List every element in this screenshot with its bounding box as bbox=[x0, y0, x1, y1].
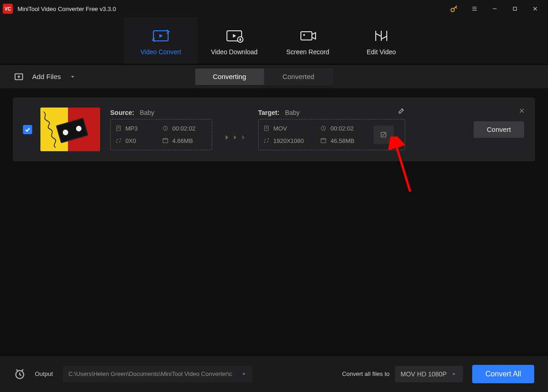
svg-point-0 bbox=[451, 8, 454, 11]
target-resolution: 1920X1080 bbox=[273, 137, 304, 144]
source-size: 4.66MB bbox=[172, 137, 193, 144]
task-list: Source:Baby MP3 00:02:02 0X0 4.66MB Targ… bbox=[0, 88, 548, 346]
source-column: Source:Baby MP3 00:02:02 0X0 4.66MB bbox=[110, 109, 212, 150]
chevron-down-icon[interactable] bbox=[69, 74, 76, 80]
nav-edit-video[interactable]: Edit Video bbox=[345, 17, 418, 64]
svg-marker-38 bbox=[243, 373, 245, 375]
video-thumbnail bbox=[40, 108, 100, 151]
app-logo-icon: VC bbox=[3, 4, 13, 14]
nav-screen-record[interactable]: Screen Record bbox=[271, 17, 345, 64]
target-size: 46.58MB bbox=[330, 137, 354, 144]
target-info-box: MOV 00:02:02 1920X1080 46.58MB bbox=[258, 119, 405, 150]
svg-rect-23 bbox=[163, 139, 168, 143]
remove-task-button[interactable] bbox=[519, 108, 525, 116]
svg-marker-9 bbox=[159, 34, 163, 38]
edit-video-icon bbox=[372, 26, 390, 45]
task-checkbox[interactable] bbox=[23, 125, 32, 134]
tab-converted[interactable]: Converted bbox=[264, 68, 333, 85]
output-label: Output bbox=[35, 370, 53, 377]
target-label: Target: bbox=[258, 109, 279, 116]
svg-marker-11 bbox=[233, 34, 236, 38]
add-files-button[interactable]: Add Files bbox=[14, 72, 76, 82]
video-convert-icon bbox=[152, 26, 170, 45]
window-close-button[interactable] bbox=[525, 0, 545, 17]
arrows-icon bbox=[223, 134, 247, 141]
edit-target-icon[interactable] bbox=[398, 107, 405, 116]
source-duration: 00:02:02 bbox=[172, 125, 196, 132]
target-duration: 00:02:02 bbox=[330, 125, 354, 132]
tab-converting[interactable]: Converting bbox=[195, 68, 264, 85]
svg-marker-24 bbox=[226, 135, 228, 139]
chevron-down-icon bbox=[241, 371, 247, 377]
nav-video-convert[interactable]: Video Convert bbox=[124, 17, 198, 64]
convert-button[interactable]: Convert bbox=[474, 121, 524, 138]
output-path: C:\Users\Helen Green\Documents\MiniTool … bbox=[68, 370, 232, 377]
svg-point-14 bbox=[303, 34, 305, 36]
target-format-dropdown[interactable]: MOV HD 1080P bbox=[395, 366, 463, 382]
nav-label: Video Convert bbox=[141, 48, 181, 56]
nav-label: Edit Video bbox=[367, 48, 396, 56]
schedule-icon[interactable] bbox=[14, 368, 26, 380]
main-nav: Video Convert Video Download Screen Reco… bbox=[0, 17, 548, 64]
hamburger-menu-icon[interactable] bbox=[464, 0, 485, 17]
minimize-button[interactable] bbox=[485, 0, 505, 17]
footer-bar: Output C:\Users\Helen Green\Documents\Mi… bbox=[0, 355, 548, 392]
task-row: Source:Baby MP3 00:02:02 0X0 4.66MB Targ… bbox=[13, 97, 535, 161]
svg-marker-25 bbox=[234, 135, 236, 139]
svg-marker-18 bbox=[71, 76, 74, 78]
title-bar: VC MiniTool Video Converter Free v3.3.0 bbox=[0, 0, 548, 17]
source-label: Source: bbox=[110, 109, 134, 116]
source-resolution: 0X0 bbox=[125, 137, 136, 144]
nav-video-download[interactable]: Video Download bbox=[198, 17, 271, 64]
target-format-value: MOV HD 1080P bbox=[401, 370, 446, 378]
target-settings-button[interactable] bbox=[373, 125, 394, 144]
app-title: MiniTool Video Converter Free v3.3.0 bbox=[17, 6, 116, 12]
add-files-label: Add Files bbox=[32, 73, 61, 80]
status-segmented-control: Converting Converted bbox=[195, 68, 333, 85]
add-file-icon bbox=[14, 72, 24, 82]
upgrade-key-icon[interactable] bbox=[444, 0, 464, 17]
target-name: Baby bbox=[285, 109, 299, 116]
maximize-button[interactable] bbox=[505, 0, 525, 17]
screen-record-icon bbox=[299, 26, 317, 45]
nav-label: Video Download bbox=[211, 48, 258, 56]
chevron-down-icon bbox=[451, 371, 457, 377]
svg-rect-5 bbox=[514, 7, 517, 11]
output-path-dropdown[interactable]: C:\Users\Helen Green\Documents\MiniTool … bbox=[63, 366, 252, 382]
svg-rect-13 bbox=[301, 32, 312, 40]
video-download-icon bbox=[225, 26, 243, 45]
svg-marker-26 bbox=[242, 135, 244, 139]
nav-label: Screen Record bbox=[286, 48, 329, 56]
source-info-box: MP3 00:02:02 0X0 4.66MB bbox=[110, 119, 212, 150]
convert-all-button[interactable]: Convert All bbox=[472, 365, 534, 383]
source-format: MP3 bbox=[125, 125, 138, 132]
sub-toolbar: Add Files Converting Converted bbox=[0, 64, 548, 88]
source-name: Baby bbox=[140, 109, 154, 116]
convert-all-label: Convert all files to bbox=[342, 370, 390, 377]
target-format: MOV bbox=[273, 125, 287, 132]
svg-rect-32 bbox=[321, 139, 326, 143]
svg-marker-39 bbox=[452, 373, 455, 375]
